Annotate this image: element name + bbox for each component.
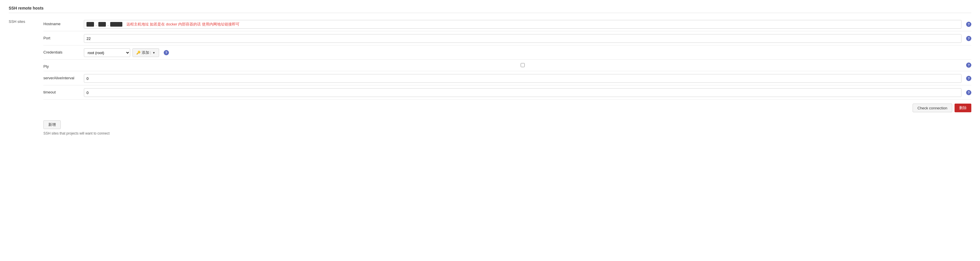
add-button-label: 添加 bbox=[142, 50, 149, 55]
pty-help-icon[interactable]: ? bbox=[966, 62, 971, 68]
timeout-help-icon[interactable]: ? bbox=[966, 90, 971, 95]
credentials-label: Credentials bbox=[43, 48, 84, 54]
port-row: Port ? bbox=[43, 32, 971, 45]
actions-row: Check connection 删除 bbox=[43, 100, 971, 116]
pty-checkbox[interactable] bbox=[521, 63, 525, 67]
pty-input-area: ? bbox=[84, 62, 971, 68]
server-alive-interval-input[interactable] bbox=[84, 74, 961, 83]
port-input[interactable] bbox=[84, 34, 961, 43]
hostname-dot-1: . bbox=[96, 22, 97, 27]
bottom-actions: 新增 SSH sites that projects will want to … bbox=[43, 120, 971, 135]
credentials-help-icon[interactable]: ? bbox=[164, 50, 169, 55]
port-help-icon[interactable]: ? bbox=[966, 36, 971, 41]
hostname-help-icon[interactable]: ? bbox=[966, 22, 971, 27]
add-new-button[interactable]: 新增 bbox=[43, 120, 61, 129]
add-credentials-button[interactable]: 🔑 添加 ▼ bbox=[132, 48, 159, 57]
timeout-input[interactable] bbox=[84, 88, 961, 97]
key-icon: 🔑 bbox=[136, 51, 141, 55]
hostname-display: ██ . ██ . ████ 远程主机地址 如若是在 docker 内部容器的话… bbox=[84, 20, 961, 29]
timeout-row: timeout ? bbox=[43, 86, 971, 100]
port-label: Port bbox=[43, 34, 84, 40]
hostname-input-area: ██ . ██ . ████ 远程主机地址 如若是在 docker 内部容器的话… bbox=[84, 20, 971, 29]
hostname-masked-3: ████ bbox=[110, 22, 122, 27]
server-alive-interval-help-icon[interactable]: ? bbox=[966, 76, 971, 81]
bottom-description: SSH sites that projects will want to con… bbox=[43, 131, 971, 135]
pty-row: Pty ? bbox=[43, 60, 971, 71]
ssh-sites-container: SSH sites Hostname ██ . ██ . ████ 远程主机地址… bbox=[9, 18, 971, 135]
check-connection-button[interactable]: Check connection bbox=[913, 103, 952, 112]
page-container: SSH remote hosts SSH sites Hostname ██ .… bbox=[0, 0, 980, 261]
delete-button[interactable]: 删除 bbox=[955, 103, 971, 112]
hostname-hint: 远程主机地址 如若是在 docker 内部容器的话 使用内网地址链接即可 bbox=[126, 22, 240, 27]
credentials-input-area: root (root) 🔑 添加 ▼ ? bbox=[84, 48, 971, 57]
timeout-input-area: ? bbox=[84, 88, 971, 97]
pty-label: Pty bbox=[43, 62, 84, 68]
hostname-label: Hostname bbox=[43, 20, 84, 26]
add-button-arrow: ▼ bbox=[150, 51, 155, 54]
server-alive-interval-row: serverAliveInterval ? bbox=[43, 72, 971, 85]
page-title: SSH remote hosts bbox=[9, 6, 971, 13]
fields-container: Hostname ██ . ██ . ████ 远程主机地址 如若是在 dock… bbox=[43, 18, 971, 135]
hostname-masked-2: ██ bbox=[99, 22, 106, 27]
timeout-label: timeout bbox=[43, 88, 84, 94]
port-input-area: ? bbox=[84, 34, 971, 43]
hostname-row: Hostname ██ . ██ . ████ 远程主机地址 如若是在 dock… bbox=[43, 18, 971, 31]
hostname-masked-1: ██ bbox=[86, 22, 94, 27]
credentials-select[interactable]: root (root) bbox=[84, 48, 130, 57]
hostname-dot-2: . bbox=[108, 22, 109, 27]
server-alive-interval-label: serverAliveInterval bbox=[43, 74, 84, 80]
server-alive-interval-input-area: ? bbox=[84, 74, 971, 83]
ssh-sites-label: SSH sites bbox=[9, 18, 38, 135]
credentials-row: Credentials root (root) 🔑 添加 ▼ ? bbox=[43, 46, 971, 60]
